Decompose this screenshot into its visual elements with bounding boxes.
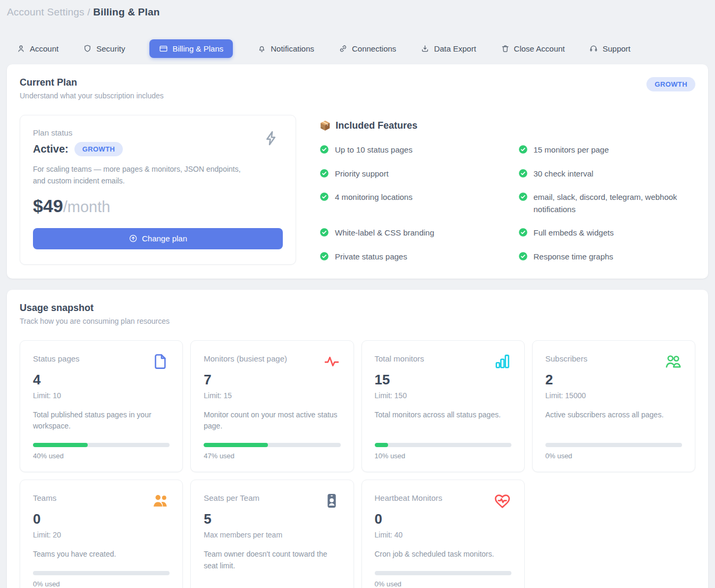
feature-item: 15 monitors per page (518, 144, 696, 156)
tab-label: Billing & Plans (172, 44, 223, 53)
usage-card-description: Active subscribers across all pages. (545, 409, 682, 421)
usage-percent-label: 0% used (375, 580, 511, 588)
tab-label: Connections (352, 44, 396, 53)
plan-badge: GROWTH (646, 77, 695, 91)
tab-notifications[interactable]: Notifications (257, 39, 314, 58)
feature-label: Full embeds & widgets (534, 227, 614, 239)
feature-label: Response time graphs (534, 251, 613, 263)
plan-status-badge: GROWTH (74, 142, 123, 156)
package-icon: 📦 (319, 120, 331, 131)
usage-progress-track (375, 571, 511, 575)
tab-label: Support (602, 44, 630, 53)
usage-card: Subscribers2Limit: 15000Active subscribe… (532, 340, 695, 472)
breadcrumb-page: Billing & Plan (93, 6, 159, 18)
bolt-icon (263, 129, 281, 147)
usage-card-top: Monitors (busiest page) (204, 352, 340, 371)
tab-label: Security (96, 44, 125, 53)
tab-connections[interactable]: Connections (339, 39, 396, 58)
plan-grid: Plan status Active: GROWTH For scaling t… (20, 115, 695, 265)
usage-card: Seats per Team5Max members per teamTeam … (190, 480, 354, 588)
bell-icon (257, 44, 266, 53)
tab-account[interactable]: Account (16, 39, 58, 58)
usage-card-sublabel: Limit: 150 (375, 391, 511, 400)
tab-close-account[interactable]: Close Account (501, 39, 565, 58)
usage-progress-track (33, 443, 170, 447)
current-plan-head: Current Plan Understand what your subscr… (20, 77, 695, 100)
usage-card-label: Monitors (busiest page) (204, 352, 287, 363)
feature-label: White-label & CSS branding (335, 227, 434, 239)
usage-card-top: Status pages (33, 352, 170, 371)
feature-item: Response time graphs (518, 251, 696, 263)
trash-icon (501, 44, 510, 53)
usage-card-sublabel: Limit: 10 (33, 391, 170, 400)
usage-card-label: Total monitors (375, 352, 424, 363)
usage-card: Teams0Limit: 20Teams you have created.0%… (20, 480, 183, 588)
usage-head: Usage snapshot Track how you are consumi… (20, 303, 695, 325)
usage-card-description: Team owner doesn't count toward the seat… (204, 549, 340, 572)
usage-subtitle: Track how you are consuming plan resourc… (20, 317, 170, 325)
check-circle-icon (319, 192, 329, 201)
usage-card-label: Subscribers (545, 352, 587, 363)
breadcrumb: Account Settings / Billing & Plan (7, 6, 708, 18)
plan-status-card: Plan status Active: GROWTH For scaling t… (20, 115, 296, 265)
included-features-title: Included Features (335, 120, 417, 131)
usage-progress: 47% used (204, 432, 340, 460)
feature-label: 30 check interval (534, 168, 594, 180)
usage-progress: 0% used (375, 560, 511, 588)
feature-label: 15 monitors per page (534, 144, 609, 156)
tab-billing-plans[interactable]: Billing & Plans (149, 39, 233, 58)
tab-label: Close Account (514, 44, 565, 53)
feature-item: White-label & CSS branding (319, 227, 497, 239)
change-plan-button[interactable]: Change plan (33, 228, 283, 249)
usage-card-top: Heartbeat Monitors (375, 492, 511, 510)
usage-card-label: Heartbeat Monitors (375, 492, 443, 502)
user-icon (16, 44, 26, 53)
usage-card-label: Teams (33, 492, 56, 502)
tab-data-export[interactable]: Data Export (420, 39, 476, 58)
billing-page: Account Settings / Billing & Plan Accoun… (0, 0, 715, 588)
heart-pulse-icon (493, 492, 511, 510)
check-circle-icon (518, 251, 528, 261)
usage-progress-fill (33, 443, 88, 447)
feature-item: email, slack, discord, telegram, webhook… (518, 191, 696, 215)
usage-percent-label: 47% used (204, 452, 340, 460)
check-circle-icon (518, 169, 528, 178)
usage-card-sublabel: Limit: 15000 (545, 391, 682, 400)
bar-chart-icon (493, 352, 511, 371)
tab-support[interactable]: Support (589, 39, 630, 58)
usage-title: Usage snapshot (20, 303, 170, 314)
usage-percent-label: 10% used (375, 452, 511, 460)
usage-card: Heartbeat Monitors0Limit: 40Cron job & s… (361, 480, 525, 588)
check-circle-icon (319, 251, 329, 261)
feature-item: Priority support (319, 168, 497, 180)
usage-card-description: Total published status pages in your wor… (33, 409, 170, 432)
plan-price: $49 /month (33, 196, 283, 216)
usage-card-sublabel: Limit: 40 (375, 531, 511, 539)
usage-card-description: Teams you have created. (33, 549, 170, 560)
check-circle-icon (319, 169, 329, 178)
feature-item: Up to 10 status pages (319, 144, 497, 156)
usage-card-value: 2 (545, 372, 682, 388)
usage-card-value: 4 (33, 372, 170, 388)
usage-progress: 40% used (33, 432, 170, 460)
download-icon (420, 44, 430, 53)
usage-card-value: 15 (375, 372, 511, 388)
usage-card-sublabel: Limit: 20 (33, 531, 170, 539)
plan-description: For scaling teams — more pages & monitor… (33, 163, 251, 187)
feature-label: Private status pages (335, 251, 407, 263)
tab-security[interactable]: Security (83, 39, 125, 58)
usage-card-label: Status pages (33, 352, 80, 363)
usage-percent-label: 0% used (33, 580, 170, 588)
feature-item: 30 check interval (518, 168, 696, 180)
check-circle-icon (518, 228, 528, 237)
usage-titles: Usage snapshot Track how you are consumi… (20, 303, 170, 325)
id-badge-icon (323, 492, 341, 510)
usage-card-value: 0 (375, 511, 511, 527)
credit-card-icon (159, 44, 168, 53)
price-amount: $49 (33, 196, 63, 216)
usage-card: Total monitors15Limit: 150Total monitors… (361, 340, 525, 472)
usage-card: Monitors (busiest page)7Limit: 15Monitor… (190, 340, 354, 472)
usage-card-description: Cron job & scheduled task monitors. (375, 549, 511, 560)
usage-progress-fill (204, 443, 268, 447)
check-circle-icon (319, 228, 329, 237)
